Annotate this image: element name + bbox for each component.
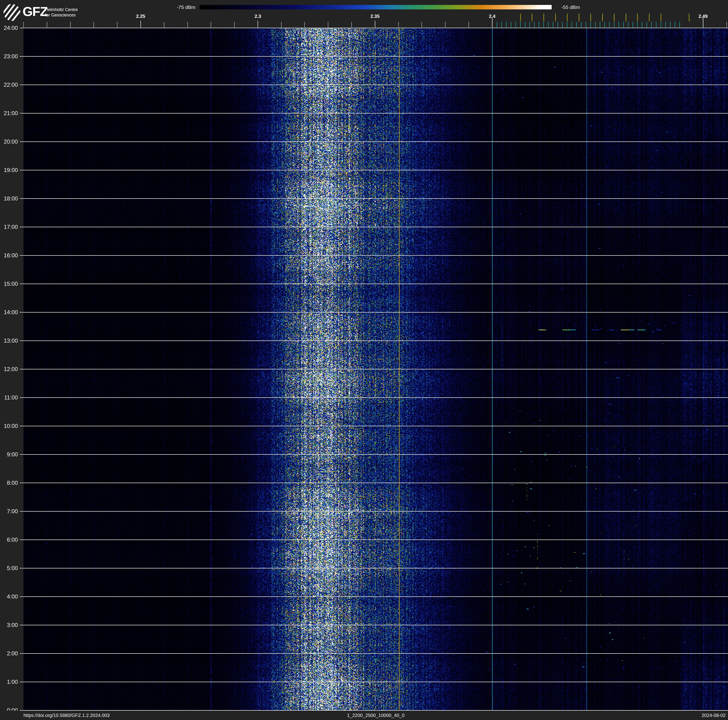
hour-tick xyxy=(20,198,23,199)
wifi-channel-tick xyxy=(590,14,591,21)
freq-minor-tick xyxy=(70,22,71,28)
time-label: 22:00 xyxy=(0,82,18,88)
wifi-channel-tick xyxy=(661,14,661,21)
ble-channel-tick xyxy=(576,22,577,28)
hour-tick xyxy=(20,84,23,85)
freq-label: 2.35 xyxy=(370,14,379,19)
wifi-channel-tick xyxy=(567,14,567,21)
ble-channel-tick xyxy=(497,22,497,28)
ble-channel-tick xyxy=(572,22,572,28)
ble-channel-tick xyxy=(553,22,553,28)
wifi-channel-tick xyxy=(520,14,521,21)
freq-minor-tick xyxy=(422,22,422,28)
time-label: 15:00 xyxy=(0,281,18,287)
freq-minor-tick xyxy=(398,22,399,28)
wifi-channel-tick xyxy=(555,14,556,21)
ble-channel-tick xyxy=(595,22,596,28)
freq-label: 2.3 xyxy=(255,14,261,19)
ble-channel-tick xyxy=(637,22,638,28)
wifi-channel-tick xyxy=(614,14,615,21)
colorbar-min-label: -75 dBm xyxy=(153,5,196,10)
hour-tick xyxy=(20,170,23,170)
time-label: 10:00 xyxy=(0,423,18,429)
hour-tick xyxy=(20,682,23,682)
ble-channel-tick xyxy=(614,22,614,28)
spectrogram-page: GFZ Helmholtz Centre for Geosciences -75… xyxy=(0,0,728,720)
ble-channel-tick xyxy=(623,22,624,28)
ble-channel-tick xyxy=(529,22,530,28)
time-label: 20:00 xyxy=(0,139,18,144)
freq-minor-tick xyxy=(234,22,235,28)
hour-tick xyxy=(20,113,23,113)
wifi-channel-tick xyxy=(543,14,544,21)
footer: https://doi.org/10.5880/GFZ.1.2.2024.003… xyxy=(0,711,728,720)
hour-tick xyxy=(20,426,23,426)
freq-label: 2.25 xyxy=(136,14,145,19)
spectrogram-canvas xyxy=(23,28,728,711)
ble-channel-tick xyxy=(675,22,675,28)
freq-minor-tick xyxy=(726,22,727,28)
hour-tick xyxy=(20,141,23,142)
wifi-channel-tick xyxy=(626,14,626,21)
freq-minor-tick xyxy=(304,22,305,28)
ble-channel-tick xyxy=(619,22,619,28)
time-label: 17:00 xyxy=(0,224,18,230)
hour-tick xyxy=(20,28,23,28)
time-label: 9:00 xyxy=(0,452,18,457)
hour-tick xyxy=(20,56,23,57)
hour-tick xyxy=(20,454,23,455)
hour-tick xyxy=(20,283,23,284)
ble-channel-tick xyxy=(534,22,534,28)
wifi-channel-tick xyxy=(637,14,638,21)
freq-minor-tick xyxy=(211,22,211,28)
time-label: 12:00 xyxy=(0,366,18,372)
ble-channel-tick xyxy=(515,22,516,28)
header: GFZ Helmholtz Centre for Geosciences -75… xyxy=(0,0,728,28)
ble-channel-tick xyxy=(562,22,563,28)
ble-channel-tick xyxy=(628,22,629,28)
freq-minor-tick xyxy=(281,22,281,28)
ble-channel-tick xyxy=(506,22,506,28)
freq-minor-tick xyxy=(47,22,47,28)
colorbar xyxy=(200,5,552,9)
ble-channel-tick xyxy=(567,22,567,28)
wifi-channel-tick xyxy=(602,14,603,21)
hour-tick xyxy=(20,397,23,398)
date-label: 2024-08-02 xyxy=(634,713,726,718)
logo-tagline: Helmholtz Centre for Geosciences xyxy=(45,7,78,18)
hour-tick xyxy=(20,596,23,597)
wifi-channel-tick xyxy=(689,14,690,21)
freq-minor-tick xyxy=(468,22,469,28)
time-label: 14:00 xyxy=(0,309,18,315)
ble-channel-tick xyxy=(520,22,521,28)
time-label: 16:00 xyxy=(0,253,18,258)
freq-major-tick xyxy=(258,21,258,28)
time-label: 18:00 xyxy=(0,196,18,201)
ble-channel-tick xyxy=(647,22,647,28)
freq-minor-tick xyxy=(187,22,188,28)
ble-channel-tick xyxy=(558,22,558,28)
ble-channel-tick xyxy=(600,22,600,28)
ble-channel-tick xyxy=(581,22,581,28)
hour-tick xyxy=(20,369,23,369)
hour-tick xyxy=(20,255,23,256)
time-label: 11:00 xyxy=(0,395,18,400)
freq-major-tick xyxy=(141,21,141,28)
ble-channel-tick xyxy=(656,22,656,28)
freq-minor-tick xyxy=(445,22,445,28)
hour-tick xyxy=(20,625,23,625)
time-label: 7:00 xyxy=(0,509,18,514)
ble-channel-tick xyxy=(679,22,680,28)
ble-channel-tick xyxy=(586,22,586,28)
wifi-channel-tick xyxy=(649,14,650,21)
ble-channel-tick xyxy=(642,22,642,28)
freq-minor-tick xyxy=(117,22,118,28)
ble-channel-tick xyxy=(525,22,525,28)
freq-minor-tick xyxy=(23,22,24,28)
ble-channel-tick xyxy=(651,22,652,28)
freq-minor-tick xyxy=(93,22,94,28)
wifi-channel-tick xyxy=(532,14,532,21)
hour-tick xyxy=(20,340,23,341)
ble-channel-tick xyxy=(502,22,502,28)
ble-channel-tick xyxy=(604,22,605,28)
